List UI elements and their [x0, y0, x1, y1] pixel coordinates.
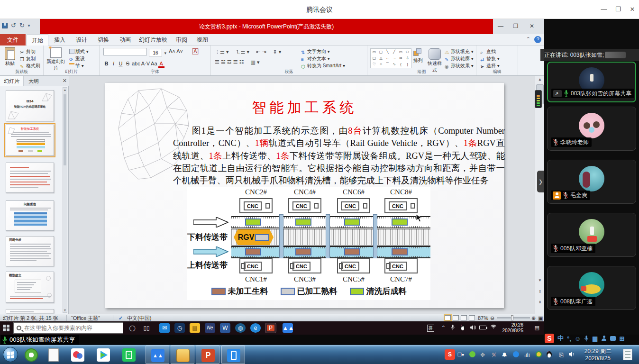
- shape-gallery[interactable]: ▭▢╲╱▭⬭ ▢△⌐¬⇨⇩ ♡✧⌒∿{}: [370, 48, 411, 68]
- tray-mic-icon[interactable]: [450, 325, 455, 331]
- new-slide-button[interactable]: 新建幻灯片: [46, 47, 66, 72]
- slide-thumbnail-7[interactable]: [6, 309, 54, 313]
- shape-effects-button[interactable]: ◉形状效果 ▾: [445, 63, 474, 69]
- mubu-taskbar-button[interactable]: ▲▲: [146, 346, 169, 364]
- align-text-button[interactable]: ≡对齐文本 ▾: [301, 55, 330, 62]
- panel-close-icon[interactable]: ✕: [63, 78, 67, 84]
- help-icon[interactable]: ?: [534, 36, 541, 43]
- tab-view[interactable]: 视图: [192, 34, 212, 46]
- sogou-punctuation-mode[interactable]: °,: [567, 335, 571, 342]
- panel-scrollbar[interactable]: ▲ ▼: [63, 87, 67, 313]
- tencent-video-icon[interactable]: [97, 348, 110, 362]
- slide-scrollbar[interactable]: ▲ ▼ ⇞ ⇟: [535, 76, 544, 314]
- smartart-button[interactable]: ⬡转换为 SmartArt ▾: [301, 63, 345, 69]
- participant-tile[interactable]: 毛金爽: [547, 160, 636, 204]
- reset-button[interactable]: ⟳重设: [69, 55, 85, 62]
- file-explorer-icon[interactable]: ▤: [190, 323, 200, 333]
- edge-icon[interactable]: e: [250, 323, 261, 333]
- shape-fill-button[interactable]: 🝆形状填充 ▾: [445, 48, 474, 55]
- tray-windows-icon[interactable]: ❒▾: [457, 351, 465, 359]
- minimize-icon[interactable]: —: [600, 6, 608, 13]
- clear-format-button[interactable]: 🄰: [192, 48, 198, 55]
- mubu-app-icon[interactable]: ▲▲: [283, 323, 293, 333]
- slide-thumbnail-3[interactable]: [6, 163, 54, 193]
- font-size-select[interactable]: 16 ▾: [149, 48, 166, 56]
- slide-thumbnail-1[interactable]: B34 智能RGV的动态调度策略: [6, 90, 54, 121]
- next-slide-button[interactable]: ⇟: [536, 299, 544, 306]
- layout-button[interactable]: 版式 ▾: [69, 48, 89, 55]
- font-style-buttons[interactable]: BIUSabcA·VAaA: [103, 59, 165, 68]
- tray-antivirus-icon[interactable]: [535, 351, 542, 359]
- tab-review[interactable]: 审阅: [172, 34, 192, 46]
- tab-insert[interactable]: 插入: [49, 34, 70, 46]
- shared-clock[interactable]: 20:26 2020/8/25: [502, 322, 524, 334]
- save-icon[interactable]: [2, 23, 8, 28]
- powerpoint-taskbar-button[interactable]: P: [196, 346, 219, 364]
- ribbon-collapse-icon[interactable]: ⌃: [526, 36, 530, 43]
- tray-pen-disabled-icon[interactable]: ✎̸: [490, 351, 498, 359]
- tab-animations[interactable]: 动画: [115, 34, 136, 46]
- sogou-mic-icon[interactable]: [584, 336, 589, 342]
- meeting-app-icon[interactable]: [71, 348, 84, 362]
- close-icon[interactable]: ✕: [629, 6, 636, 13]
- participant-tile[interactable]: 李晓玲老师: [547, 107, 636, 151]
- participant-tile-sharer[interactable]: 003队张如雪的屏幕共享: [547, 62, 636, 102]
- sticky-notes-icon[interactable]: [623, 349, 632, 360]
- maximize-icon[interactable]: ❐: [614, 6, 622, 13]
- slide-thumbnail-5[interactable]: 问题分析: [6, 236, 54, 266]
- task-view-icon[interactable]: ▯▯: [141, 323, 152, 333]
- sidebar-collapse-handle[interactable]: ❯: [537, 171, 544, 192]
- volume-icon[interactable]: [470, 325, 476, 330]
- browser-icon[interactable]: [25, 348, 38, 362]
- tray-signal-icon[interactable]: ⨾ılı: [523, 351, 531, 359]
- taskbar-search[interactable]: [13, 322, 123, 334]
- tray-green-browser-icon[interactable]: [468, 351, 476, 359]
- tray-expand-icon[interactable]: ⌃: [441, 325, 446, 331]
- tray-manager-icon[interactable]: [512, 351, 520, 359]
- sogou-logo-icon[interactable]: S: [545, 334, 554, 343]
- sogou-emoji-icon[interactable]: ☺: [575, 335, 581, 342]
- tab-slideshow[interactable]: 幻灯片放映: [137, 34, 170, 46]
- scroll-down-icon[interactable]: ▼: [536, 277, 544, 284]
- powerpoint-taskbar-icon-active[interactable]: P: [265, 323, 276, 333]
- ppt-close-icon[interactable]: ✕: [525, 22, 539, 30]
- undo-icon[interactable]: ↺: [11, 22, 16, 29]
- arrange-button[interactable]: 排列: [411, 48, 425, 64]
- list-buttons[interactable]: ⋮☰ ▾ ⒈☰ ▾ ⇤ ⇥ ⇕ ▾: [215, 48, 281, 55]
- search-input[interactable]: [24, 325, 114, 331]
- cut-button[interactable]: ✂剪切: [20, 48, 36, 55]
- word-icon[interactable]: W: [220, 323, 230, 333]
- globe-app-icon[interactable]: ◍: [235, 323, 246, 333]
- local-clock[interactable]: 20:29 周二 2020/8/25: [584, 348, 612, 362]
- ppt-minimize-icon[interactable]: —: [494, 22, 507, 30]
- paste-button[interactable]: 粘贴: [2, 47, 18, 67]
- phone-app-taskbar-button[interactable]: [221, 346, 245, 364]
- replace-button[interactable]: ⇄替换 ▾: [480, 55, 500, 62]
- align-buttons[interactable]: ☰ ☱ ☲ ☰ ☷ ▥ ▾: [215, 59, 260, 66]
- cortana-icon[interactable]: ◯: [127, 323, 137, 333]
- qq-tray-icon[interactable]: [460, 325, 466, 331]
- tray-qq-icon[interactable]: [546, 351, 554, 359]
- tray-speaker-icon[interactable]: [569, 351, 576, 359]
- redo-icon[interactable]: ↻: [19, 22, 25, 29]
- sogou-chinese-mode[interactable]: 中: [557, 334, 564, 343]
- qat-dropdown-icon[interactable]: ▾: [28, 23, 30, 28]
- start-orb[interactable]: [3, 347, 18, 362]
- section-button[interactable]: 节 ▾: [69, 63, 84, 69]
- tray-move-icon[interactable]: ✥: [479, 351, 486, 359]
- zoom-in-icon[interactable]: ⊕: [531, 315, 536, 321]
- tray-clipboard-icon[interactable]: ⎘: [557, 351, 565, 359]
- mail-icon[interactable]: ✉: [159, 323, 170, 333]
- onenote-icon[interactable]: Ne: [205, 323, 215, 333]
- sogou-skin-icon[interactable]: [610, 336, 616, 341]
- copy-button[interactable]: ❐复制: [20, 55, 36, 62]
- ppt-restore-icon[interactable]: ❐: [509, 22, 522, 30]
- tab-file[interactable]: 文件: [0, 34, 26, 46]
- sogou-keyboard-icon[interactable]: ▦: [592, 335, 598, 342]
- previous-slide-button[interactable]: ⇞: [536, 288, 544, 296]
- shape-outline-button[interactable]: ✎形状轮廓 ▾: [445, 55, 474, 62]
- grow-shrink-font[interactable]: A˄ A˅: [169, 48, 183, 54]
- fit-to-window-icon[interactable]: ▣: [538, 315, 543, 321]
- select-button[interactable]: ➤选择 ▾: [480, 63, 500, 69]
- slide-thumbnail-4[interactable]: 问题重述: [6, 200, 54, 231]
